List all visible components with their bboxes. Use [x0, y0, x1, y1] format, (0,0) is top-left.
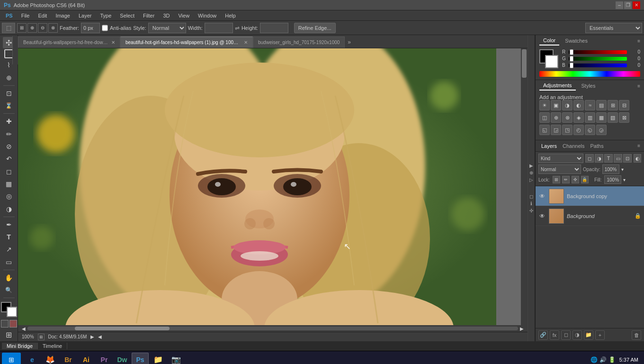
menu-file[interactable]: File	[18, 12, 34, 19]
start-button[interactable]: ⊞	[2, 353, 21, 364]
posterize-adj[interactable]: ▥	[585, 112, 595, 123]
eyedropper-btn[interactable]: ⌛	[3, 100, 15, 111]
blur-btn[interactable]: ◎	[3, 191, 15, 202]
fg-bg-swatch-group[interactable]	[539, 49, 558, 68]
color-lookup-adj[interactable]: ⊗	[562, 112, 572, 123]
tab-1[interactable]: Beautiful-girls-wallpapers-hd-free-downl…	[18, 36, 120, 48]
title-bar-controls[interactable]: – ❐ ✕	[616, 1, 640, 9]
refine-edge-button[interactable]: Refine Edge...	[294, 23, 336, 33]
panel-toggle-btn[interactable]: ▶	[529, 163, 533, 168]
colorbalance-adj[interactable]: ⊞	[608, 100, 618, 110]
levels-adj[interactable]: ▣	[551, 100, 561, 110]
adj-icon-10[interactable]: ◲	[551, 125, 561, 135]
standard-mode[interactable]	[1, 320, 9, 328]
style-select[interactable]: Normal Fixed Ratio Fixed Size	[148, 23, 186, 33]
type-btn[interactable]: T	[3, 231, 15, 243]
restore-button[interactable]: ❐	[624, 1, 632, 9]
hsl-adj[interactable]: ▤	[596, 100, 607, 110]
photo-filter-adj[interactable]: ◫	[539, 112, 550, 123]
quick-select-btn[interactable]: ⊕	[3, 72, 15, 83]
background-color[interactable]	[7, 307, 17, 317]
layers-tab[interactable]: Layers	[539, 143, 559, 149]
tab-2-close[interactable]: ✕	[244, 40, 248, 45]
adj-icon-12[interactable]: ◴	[573, 125, 584, 135]
menu-window[interactable]: Window	[194, 12, 220, 19]
blue-slider-thumb[interactable]	[570, 63, 573, 68]
panel-tool-btn-4[interactable]: ℹ	[530, 201, 532, 206]
feather-input[interactable]	[81, 23, 100, 33]
zoom-btn[interactable]: 🔍	[3, 284, 15, 296]
red-slider-thumb[interactable]	[570, 49, 573, 55]
blending-mode-select[interactable]: Normal Dissolve Multiply Screen	[538, 164, 581, 174]
adj-icon-9[interactable]: ◱	[539, 125, 550, 135]
fill-input[interactable]	[604, 175, 621, 184]
green-slider-track[interactable]	[569, 57, 627, 61]
adj-panel-collapse[interactable]: ≡	[637, 83, 640, 89]
menu-type[interactable]: Type	[97, 12, 116, 19]
panel-tool-btn-5[interactable]: ✣	[529, 208, 533, 213]
layer-2-visibility[interactable]: 👁	[538, 212, 546, 220]
lock-position-btn[interactable]: ✏	[562, 176, 570, 183]
status-arrow-right[interactable]: ▶	[90, 334, 94, 339]
menu-help[interactable]: Help	[221, 12, 240, 19]
canvas-viewport[interactable]: ↖	[18, 48, 521, 325]
panel-tool-btn-3[interactable]: ◻	[529, 194, 533, 199]
path-select-btn[interactable]: ↗	[3, 244, 15, 255]
height-input[interactable]	[260, 23, 288, 33]
dodge-btn[interactable]: ◑	[3, 203, 15, 214]
ai-app[interactable]: Ai	[78, 353, 95, 364]
layer-1-visibility[interactable]: 👁	[538, 192, 546, 200]
tab-1-close[interactable]: ✕	[111, 40, 115, 45]
subtract-selection-btn[interactable]: ⊖	[38, 23, 47, 33]
bridge-app[interactable]: Br	[60, 353, 77, 364]
crop-tool-btn[interactable]: ⊡	[3, 88, 15, 99]
filter-smart-btn[interactable]: ⊡	[623, 154, 632, 163]
fill-chevron[interactable]: ▾	[623, 177, 629, 182]
scroll-right-btn[interactable]: ▶	[518, 326, 526, 331]
minimize-button[interactable]: –	[616, 1, 623, 9]
firefox-app[interactable]: 🦊	[42, 353, 59, 364]
gradient-btn[interactable]: ▦	[3, 178, 15, 190]
new-group-btn[interactable]: 📁	[584, 330, 593, 340]
canvas-horizontal-scrollbar[interactable]: ◀ ▶	[18, 325, 528, 332]
menu-layer[interactable]: Layer	[75, 12, 96, 19]
lock-move-btn[interactable]: ✣	[572, 176, 579, 183]
canvas-vertical-scrollbar[interactable]	[521, 48, 528, 325]
clone-btn[interactable]: ⊘	[3, 141, 15, 152]
background-swatch[interactable]	[545, 55, 558, 68]
menu-ps[interactable]: PS	[2, 12, 17, 19]
folder-app[interactable]: 📁	[150, 353, 167, 364]
tab-2[interactable]: beautiful-hot-girl-faces-hd-wallpapers (…	[120, 36, 253, 48]
adj-icon-13[interactable]: ◵	[585, 125, 595, 135]
timeline-tab[interactable]: Timeline	[38, 343, 67, 349]
delete-layer-btn[interactable]: 🗑	[632, 330, 641, 340]
screen-mode-btn[interactable]: ⊞	[6, 330, 12, 339]
filter-shape-btn[interactable]: ▭	[614, 154, 622, 163]
color-spectrum[interactable]	[539, 71, 640, 77]
add-mask-btn[interactable]: ◻	[561, 330, 571, 340]
healing-btn[interactable]: ✚	[3, 116, 15, 127]
gradient-map-adj[interactable]: ▧	[608, 112, 618, 123]
dw-app[interactable]: Dw	[114, 353, 131, 364]
swatches-tab[interactable]: Swatches	[561, 36, 591, 45]
panel-collapse-handle[interactable]	[12, 36, 18, 64]
filter-type-btn[interactable]: T	[604, 154, 613, 163]
layer-item-background-copy[interactable]: 👁 Background copy	[536, 186, 644, 206]
blue-slider-track[interactable]	[569, 64, 627, 67]
tab-3[interactable]: budweiser_girls_hd_70175-1920x1000	[253, 36, 345, 48]
invert-adj[interactable]: ◈	[573, 112, 584, 123]
opacity-chevron[interactable]: ▾	[621, 167, 627, 172]
tab-overflow-btn[interactable]: »	[345, 36, 354, 48]
paths-tab[interactable]: Paths	[589, 143, 606, 149]
layer-kind-select[interactable]: Kind	[538, 154, 583, 163]
menu-3d[interactable]: 3D	[159, 12, 173, 19]
menu-filter[interactable]: Filter	[139, 12, 158, 19]
filter-toggle-btn[interactable]: ◐	[634, 154, 641, 163]
new-selection-btn[interactable]: ⊞	[17, 23, 27, 33]
green-slider-thumb[interactable]	[570, 56, 573, 62]
menu-image[interactable]: Image	[52, 12, 74, 19]
menu-edit[interactable]: Edit	[34, 12, 51, 19]
canvas-vscroll-thumb[interactable]	[522, 49, 527, 78]
new-adj-layer-btn[interactable]: ◑	[572, 330, 582, 340]
status-arrow-left[interactable]: ◀	[98, 334, 102, 339]
